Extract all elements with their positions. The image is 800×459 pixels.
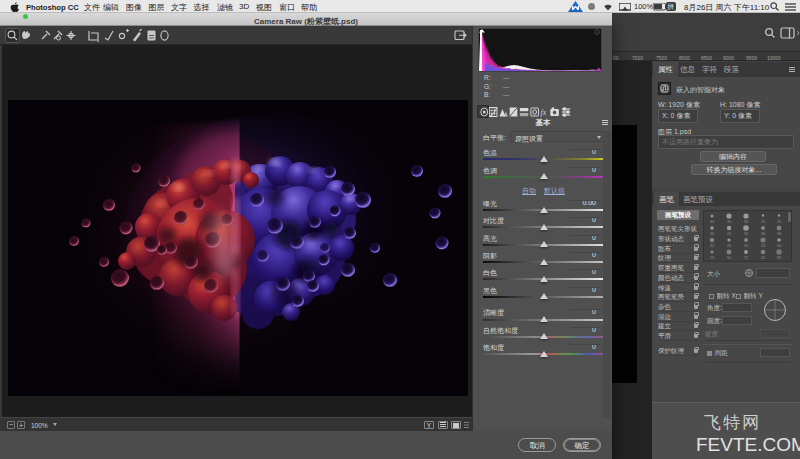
svg-text:30: 30 <box>710 219 715 224</box>
svg-text:50: 50 <box>727 255 732 260</box>
svg-text:30: 30 <box>727 219 732 224</box>
svg-text:25: 25 <box>777 219 782 224</box>
svg-text:25: 25 <box>727 231 732 236</box>
svg-text:25: 25 <box>710 255 715 260</box>
svg-text:30: 30 <box>744 219 749 224</box>
svg-text:36: 36 <box>761 231 766 236</box>
svg-text:25: 25 <box>727 243 732 248</box>
svg-text:36: 36 <box>710 231 715 236</box>
svg-text:25: 25 <box>761 243 766 248</box>
svg-text:30: 30 <box>744 243 749 248</box>
svg-text:36: 36 <box>744 231 749 236</box>
svg-text:50: 50 <box>777 243 782 248</box>
svg-text:71: 71 <box>744 255 749 260</box>
svg-text:25: 25 <box>761 219 766 224</box>
svg-text:95: 95 <box>777 255 782 260</box>
svg-text:32: 32 <box>710 243 715 248</box>
svg-text:25: 25 <box>761 255 766 260</box>
svg-text:36: 36 <box>777 231 782 236</box>
svg-text:fx: fx <box>541 108 547 118</box>
